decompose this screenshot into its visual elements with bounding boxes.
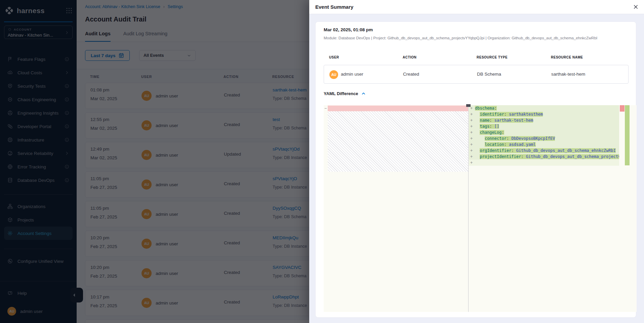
overview-ruler-removed-mark <box>620 105 625 112</box>
diff-added-gutter: + <box>470 129 473 135</box>
summary-resource-name: sarthak-test-hem <box>551 72 585 77</box>
diff-modified-pane: +dbschema:+ identifier: sarthaktesthem+ … <box>469 105 637 312</box>
event-summary-drawer: Event Summary Mar 02, 2025, 01:08 pm Mod… <box>309 0 644 323</box>
summary-resource-type: DB Schema <box>477 72 501 77</box>
diff-added-line: + identifier: sarthaktesthem <box>469 111 619 117</box>
diff-added-gutter: + <box>470 154 473 160</box>
drawer-title: Event Summary <box>315 4 353 10</box>
diff-added-line: +dbschema: <box>469 105 619 111</box>
modal-dim-overlay[interactable] <box>0 0 309 323</box>
diff-added-gutter: + <box>470 123 473 129</box>
yaml-difference-toggle[interactable]: YAML Difference <box>324 91 366 96</box>
close-icon[interactable] <box>634 5 638 9</box>
summary-action: Created <box>403 72 419 77</box>
summary-column-resource-type: RESOURCE TYPE <box>477 55 508 59</box>
diff-added-gutter: + <box>470 160 473 166</box>
diff-empty-placeholder <box>328 111 468 172</box>
overview-ruler-added-mark <box>625 105 630 165</box>
event-card: Mar 02, 2025, 01:08 pm Module: Database … <box>315 22 636 318</box>
drawer-header: Event Summary <box>309 0 644 14</box>
diff-removed-line <box>328 106 468 111</box>
chevron-up-icon <box>361 91 366 96</box>
diff-added-line: + orgIdentifier: Github_db_devops_aut_db… <box>469 148 619 154</box>
diff-added-gutter: + <box>470 117 473 123</box>
diff-added-line: + <box>469 160 619 166</box>
summary-row: AU admin user Created DB Schema sarthak-… <box>324 65 629 84</box>
diff-added-gutter: + <box>470 135 473 142</box>
diff-added-gutter: + <box>470 142 473 148</box>
yaml-diff-editor[interactable]: − +dbschema:+ identifier: sarthaktesthem… <box>324 105 637 312</box>
summary-column-user: USER <box>329 55 339 59</box>
diff-sash-marker <box>466 104 471 107</box>
summary-column-action: ACTION <box>403 55 416 59</box>
drawer-body: Mar 02, 2025, 01:08 pm Module: Database … <box>309 14 644 323</box>
diff-added-line: + projectIdentifier: Github_db_devops_au… <box>469 154 619 160</box>
event-meta-line: Module: Database DevOps | Project: Githu… <box>324 36 597 40</box>
diff-added-line: + connector: DbDevopsoBKpcpIfEV <box>469 135 619 142</box>
summary-user: admin user <box>341 72 363 77</box>
diff-added-gutter: + <box>470 105 473 111</box>
diff-added-gutter: + <box>470 111 473 117</box>
diff-added-line: + name: sarthak-test-hem <box>469 117 619 123</box>
summary-user-avatar: AU <box>329 70 338 79</box>
diff-added-gutter: + <box>470 148 473 154</box>
diff-added-line: + tags: [] <box>469 123 619 129</box>
yaml-difference-label: YAML Difference <box>324 91 358 96</box>
diff-removed-gutter: − <box>324 105 327 111</box>
diff-added-line: + changeLog: <box>469 129 619 135</box>
event-timestamp: Mar 02, 2025, 01:08 pm <box>324 27 373 32</box>
diff-original-pane: − <box>324 105 469 312</box>
summary-column-resource-name: RESOURCE NAME <box>551 55 583 59</box>
diff-added-line: + location: asdsad.yaml <box>469 142 619 148</box>
